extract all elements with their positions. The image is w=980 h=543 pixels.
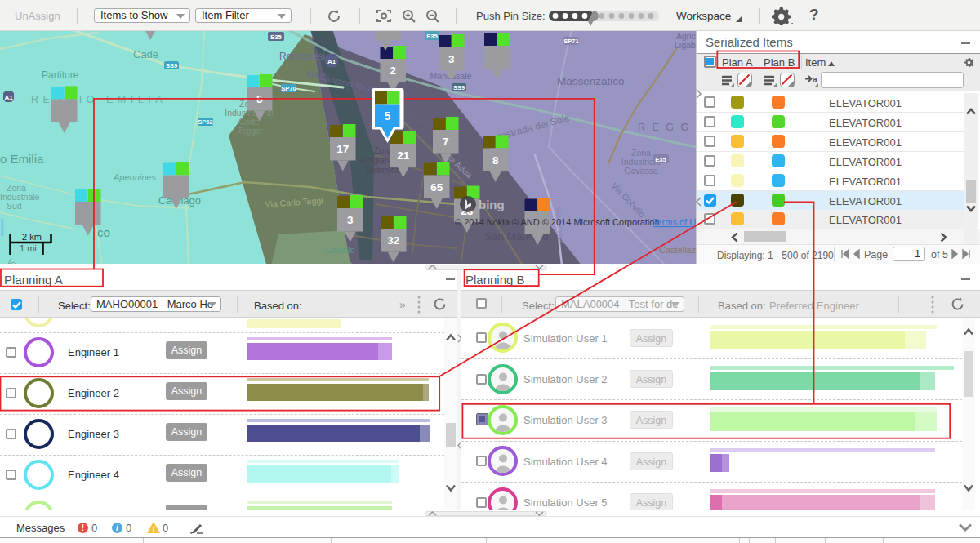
svg-text:Partitore: Partitore — [42, 69, 79, 81]
svg-text:17: 17 — [336, 143, 349, 155]
svg-text:8: 8 — [492, 154, 499, 167]
svg-text:3: 3 — [347, 214, 354, 226]
svg-text:!: ! — [153, 525, 155, 533]
svg-text:65: 65 — [430, 181, 443, 194]
svg-text:1 mi: 1 mi — [20, 243, 37, 253]
svg-text:SS9: SS9 — [166, 62, 177, 69]
svg-text:Cadè: Cadè — [133, 48, 158, 60]
svg-text:REGGIO EMILIA: REGGIO EMILIA — [31, 94, 167, 105]
svg-text:7: 7 — [443, 136, 449, 148]
svg-text:21: 21 — [397, 149, 410, 162]
svg-text:SP62: SP62 — [198, 118, 212, 126]
svg-text:co: co — [97, 225, 110, 239]
svg-text:SP71: SP71 — [564, 38, 578, 45]
svg-text:E35: E35 — [426, 33, 437, 40]
svg-text:bing: bing — [479, 198, 505, 211]
svg-text:© 2014 Nokia © AND © 2014 Micr: © 2014 Nokia © AND © 2014 Microsoft Corp… — [455, 217, 660, 227]
svg-text:A1: A1 — [327, 58, 336, 65]
svg-text:3: 3 — [448, 53, 455, 65]
svg-text:SP70: SP70 — [281, 85, 296, 92]
svg-text:Castellaz: Castellaz — [659, 245, 696, 255]
svg-text:Ligab: Ligab — [675, 40, 696, 50]
svg-text:E35: E35 — [270, 33, 281, 41]
svg-text:2: 2 — [390, 65, 396, 77]
svg-text:2 km: 2 km — [22, 232, 42, 242]
svg-text:Massenzatico: Massenzatico — [557, 75, 625, 87]
svg-text:Gavassa: Gavassa — [624, 166, 658, 176]
svg-text:Coviolo: Coviolo — [325, 245, 355, 255]
svg-text:REGG: REGG — [638, 122, 696, 133]
svg-text:o Emilia: o Emilia — [0, 152, 44, 166]
svg-text:Apennines: Apennines — [113, 172, 156, 182]
svg-text:Artigiana: Artigiana — [360, 155, 394, 165]
svg-text:A1: A1 — [4, 94, 13, 101]
svg-text:5: 5 — [256, 93, 263, 105]
svg-text:a: a — [813, 75, 817, 84]
svg-text:Terms of Use: Terms of Use — [653, 217, 696, 227]
svg-text:Tegge: Tegge — [238, 126, 261, 136]
svg-text:Roncocesi: Roncocesi — [279, 51, 325, 62]
svg-text:Sud: Sud — [7, 201, 22, 211]
svg-text:32: 32 — [387, 234, 399, 247]
svg-text:E35: E35 — [655, 156, 666, 163]
svg-text:SS9: SS9 — [453, 84, 465, 91]
